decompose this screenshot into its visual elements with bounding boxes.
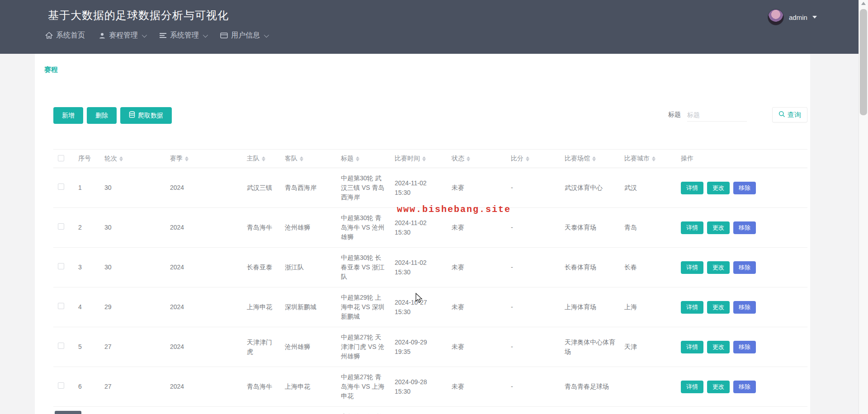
scrollbar-thumb[interactable] xyxy=(860,9,867,115)
remove-button[interactable]: 移除 xyxy=(733,341,756,353)
row-select-cell xyxy=(53,327,74,367)
column-header[interactable]: 标题 xyxy=(336,150,390,168)
search-label: 标题 xyxy=(668,111,681,119)
menu-item-home[interactable]: 系统首页 xyxy=(45,31,85,40)
menu-item-label: 系统管理 xyxy=(170,31,199,40)
cell-score: - xyxy=(506,208,560,248)
cell-score: - xyxy=(506,287,560,327)
cell-no: 1 xyxy=(74,168,100,208)
cell-city: 杭州 xyxy=(620,407,676,414)
crawl-data-button[interactable]: 爬取数据 xyxy=(120,107,172,124)
column-label: 赛季 xyxy=(170,155,183,163)
menu-item-userinfo[interactable]: 用户信息 xyxy=(220,31,268,40)
sort-carets-icon[interactable] xyxy=(356,156,359,161)
row-checkbox[interactable] xyxy=(58,382,64,389)
cell-title: 中超第27轮 青岛海牛 VS 上海申花 xyxy=(336,367,390,407)
edit-button[interactable]: 更改 xyxy=(707,381,730,393)
table-row: 1 30 2024 武汉三镇 青岛西海岸 中超第30轮 武汉三镇 VS 青岛西海… xyxy=(53,168,807,208)
sort-carets-icon[interactable] xyxy=(526,156,529,161)
cell-no: 2 xyxy=(74,208,100,248)
chevron-down-icon xyxy=(142,32,147,37)
cell-round: 26 xyxy=(100,407,165,414)
sort-carets-icon[interactable] xyxy=(300,156,303,161)
table-row: 2 30 2024 青岛海牛 沧州雄狮 中超第30轮 青岛海牛 VS 沧州雄狮 … xyxy=(53,208,807,248)
row-select-cell xyxy=(53,367,74,407)
column-label: 比赛场馆 xyxy=(565,155,590,163)
query-button[interactable]: 查询 xyxy=(772,107,807,122)
detail-button[interactable]: 详情 xyxy=(681,182,703,194)
column-header[interactable]: 比赛场馆 xyxy=(560,150,620,168)
column-header[interactable]: 比赛时间 xyxy=(390,150,447,168)
sort-carets-icon[interactable] xyxy=(422,156,426,161)
page-scrollbar[interactable] xyxy=(859,0,868,414)
user-menu[interactable]: admin xyxy=(768,9,817,25)
title-search-input[interactable] xyxy=(687,108,747,122)
row-checkbox[interactable] xyxy=(58,303,64,309)
column-header[interactable]: 轮次 xyxy=(100,150,165,168)
sort-carets-icon[interactable] xyxy=(592,156,596,161)
cell-home-team: 浙江队 xyxy=(242,407,280,414)
sort-carets-icon[interactable] xyxy=(119,156,123,161)
detail-button[interactable]: 详情 xyxy=(681,381,703,393)
select-all-checkbox[interactable] xyxy=(58,155,64,161)
column-header[interactable]: 客队 xyxy=(280,150,336,168)
app-title: 基于大数据的足球数据分析与可视化 xyxy=(48,8,229,23)
row-checkbox[interactable] xyxy=(58,263,64,269)
detail-button[interactable]: 详情 xyxy=(681,301,703,314)
remove-button[interactable]: 移除 xyxy=(733,182,756,194)
row-checkbox[interactable] xyxy=(58,343,64,349)
cell-title: 中超第26轮 浙江队 VS 沧州雄狮 xyxy=(336,407,390,414)
edit-button[interactable]: 更改 xyxy=(707,261,730,274)
content-card: 赛程 新增 删除 爬取数据 标题 查询 xyxy=(35,54,810,414)
table-row: 6 27 2024 青岛海牛 上海申花 中超第27轮 青岛海牛 VS 上海申花 … xyxy=(53,367,807,407)
row-checkbox[interactable] xyxy=(58,223,64,230)
delete-button[interactable]: 删除 xyxy=(87,107,117,124)
cell-match-time: 2024-09-22 20:00 xyxy=(390,407,447,414)
remove-button[interactable]: 移除 xyxy=(733,221,756,234)
cell-no: 5 xyxy=(74,327,100,367)
edit-button[interactable]: 更改 xyxy=(707,341,730,353)
column-header[interactable]: 比分 xyxy=(506,150,560,168)
edit-button[interactable]: 更改 xyxy=(707,221,730,234)
column-header[interactable]: 主队 xyxy=(242,150,280,168)
scrollbar-up-arrow-icon[interactable] xyxy=(861,2,866,5)
cell-city: 天津 xyxy=(620,327,676,367)
sort-carets-icon[interactable] xyxy=(467,156,470,161)
sort-carets-icon[interactable] xyxy=(262,156,265,161)
detail-button[interactable]: 详情 xyxy=(681,221,703,234)
sort-carets-icon[interactable] xyxy=(652,156,656,161)
breadcrumb[interactable]: 赛程 xyxy=(44,66,58,74)
row-checkbox[interactable] xyxy=(58,183,64,190)
cell-score: - xyxy=(506,248,560,287)
cell-home-team: 长春亚泰 xyxy=(242,248,280,287)
cell-title: 中超第30轮 武汉三镇 VS 青岛西海岸 xyxy=(336,168,390,208)
cell-status: 未赛 xyxy=(447,327,506,367)
column-label: 标题 xyxy=(341,155,354,163)
user-dropdown-caret-icon xyxy=(812,16,817,19)
column-label: 客队 xyxy=(285,155,297,163)
cell-match-time: 2024-11-02 15:30 xyxy=(390,168,447,208)
database-icon xyxy=(129,111,135,120)
menu-item-schedule[interactable]: 赛程管理 xyxy=(99,31,146,40)
sort-carets-icon[interactable] xyxy=(185,156,189,161)
remove-button[interactable]: 移除 xyxy=(733,381,756,393)
edit-button[interactable]: 更改 xyxy=(707,301,730,314)
detail-button[interactable]: 详情 xyxy=(681,341,703,353)
toolbar: 新增 删除 爬取数据 xyxy=(53,107,172,124)
edit-button[interactable]: 更改 xyxy=(707,182,730,194)
cell-city: 上海 xyxy=(620,287,676,327)
cell-season: 2024 xyxy=(165,208,242,248)
cell-status: 未赛 xyxy=(447,248,506,287)
remove-button[interactable]: 移除 xyxy=(733,261,756,274)
add-button[interactable]: 新增 xyxy=(53,107,83,124)
menu-item-label: 赛程管理 xyxy=(109,31,138,40)
column-header[interactable]: 比赛城市 xyxy=(620,150,676,168)
detail-button[interactable]: 详情 xyxy=(681,261,703,274)
cell-season: 2024 xyxy=(165,248,242,287)
column-header[interactable]: 赛季 xyxy=(165,150,242,168)
cell-city xyxy=(620,367,676,407)
row-select-cell xyxy=(53,287,74,327)
column-header[interactable]: 状态 xyxy=(447,150,506,168)
remove-button[interactable]: 移除 xyxy=(733,301,756,314)
menu-item-system[interactable]: 系统管理 xyxy=(159,31,207,40)
